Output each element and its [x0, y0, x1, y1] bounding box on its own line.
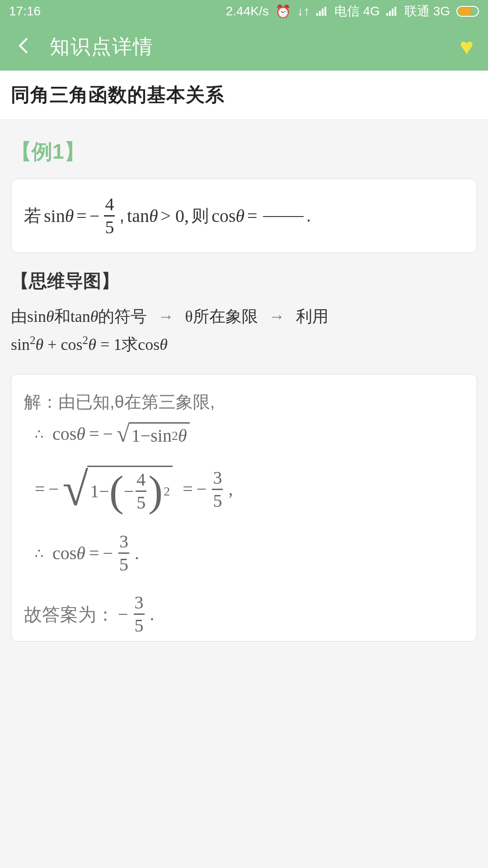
- data-arrows-icon: ↓↑: [297, 4, 310, 19]
- comma: ,: [228, 480, 233, 498]
- frac-num: 4: [104, 195, 115, 215]
- fn-sin: sin: [44, 206, 65, 226]
- num-1: 1: [90, 482, 99, 500]
- period: .: [150, 605, 155, 623]
- eq-sign: =: [35, 480, 45, 498]
- arrow-icon: →: [269, 307, 285, 326]
- frac-num: 3: [212, 469, 223, 489]
- frac-den: 5: [134, 615, 145, 635]
- fn-cos: cos: [211, 206, 235, 226]
- therefore-symbol: ∴: [35, 547, 43, 560]
- rparen-icon: ): [148, 474, 163, 509]
- lparen-icon: (: [109, 474, 124, 509]
- answer-blank: [263, 215, 304, 217]
- math-cos: cosθ: [211, 205, 244, 226]
- frac-4-5: 4 5: [136, 471, 146, 512]
- page-title: 知识点详情: [50, 33, 154, 60]
- eq-sign: =: [183, 480, 193, 498]
- sup-2: 2: [30, 334, 36, 346]
- back-button[interactable]: [14, 36, 34, 57]
- problem-prefix: 若: [24, 204, 41, 227]
- mm-tan: tan: [70, 307, 90, 326]
- frac-den: 5: [212, 490, 223, 510]
- favorite-button[interactable]: ♥: [460, 33, 474, 60]
- frac-num: 3: [134, 594, 145, 613]
- problem-card: 若 sinθ = − 4 5 , tanθ > 0, 则 cosθ =: [11, 179, 477, 253]
- status-bar: 17:16 2.44K/s ⏰ ↓↑ 电信 4G 联通 3G: [0, 0, 488, 23]
- content-area: 【例1】 若 sinθ = − 4 5 , tanθ > 0, 则 cosθ: [0, 120, 488, 642]
- battery-icon: [456, 6, 479, 17]
- topic-title: 同角三角函数的基本关系: [11, 82, 477, 108]
- frac-num: 3: [118, 533, 129, 552]
- fn-cos: cos: [52, 424, 76, 444]
- period: .: [135, 544, 139, 562]
- mm-use: 利用: [296, 307, 328, 326]
- carrier-2: 联通 3G: [404, 3, 450, 20]
- fn-cos: cos: [52, 543, 76, 563]
- solution-line-2: ∴ cosθ = − √ 1 − sin2θ: [35, 422, 464, 446]
- then-text: 则: [192, 204, 209, 227]
- eq-sign: =: [76, 205, 87, 226]
- fn-sin: sin: [150, 427, 172, 445]
- sup-2: 2: [83, 334, 89, 346]
- radical-icon: √: [117, 422, 130, 446]
- frac-3-5: 3 5: [134, 594, 145, 635]
- solution-line-4: ∴ cosθ = − 3 5 .: [35, 533, 464, 574]
- net-speed: 2.44K/s: [226, 4, 269, 19]
- mm-theta: θ: [160, 335, 168, 354]
- frac-4-5: 4 5: [104, 195, 115, 236]
- var-theta: θ: [235, 206, 244, 226]
- period: .: [306, 206, 311, 226]
- frac-den: 5: [136, 492, 146, 512]
- sup-2: 2: [172, 429, 178, 442]
- mm-seg: 由: [11, 307, 27, 326]
- carrier-1: 电信 4G: [334, 3, 380, 20]
- var-theta: θ: [149, 206, 158, 226]
- comma: ,: [119, 206, 124, 226]
- frac-3-5: 3 5: [118, 533, 129, 574]
- minus-sign: −: [99, 482, 109, 500]
- arrow-icon: →: [158, 307, 174, 326]
- example-tag: 【例1】: [11, 138, 477, 166]
- eq-sign-2: =: [247, 205, 258, 226]
- mm-sin: sin: [27, 307, 46, 326]
- solution-card: 解：由已知,θ在第三象限, ∴ cosθ = − √ 1 − sin2θ = −…: [11, 374, 477, 642]
- eq-sign: =: [89, 425, 99, 443]
- signal-icon-1: [316, 7, 328, 16]
- mm-sin2: sin: [11, 335, 30, 354]
- solution-line-3: = − √ 1 − ( − 4 5 ): [35, 466, 464, 513]
- sqrt-2: √ 1 − ( − 4 5 ) 2: [62, 466, 173, 513]
- frac-num: 4: [136, 471, 146, 491]
- mindmap-text: 由sinθ和tanθ的符号 → θ所在象限 → 利用 sin2θ + cos2θ…: [11, 302, 477, 359]
- mm-cos: cos: [138, 335, 160, 354]
- fn-tan: tan: [127, 206, 149, 226]
- minus-sign: −: [141, 427, 151, 445]
- mm-plus: +: [43, 335, 61, 354]
- mm-sign: 的符号: [98, 307, 147, 326]
- var-theta: θ: [76, 424, 85, 444]
- header-left: 知识点详情: [14, 33, 154, 60]
- mm-and: 和: [54, 307, 70, 326]
- mm-theta: θ: [88, 335, 96, 354]
- mm-quadrant: θ所在象限: [185, 307, 258, 326]
- solution-line-1: 解：由已知,θ在第三象限,: [24, 393, 464, 410]
- minus-sign: −: [49, 480, 59, 498]
- signal-icon-2: [386, 7, 398, 16]
- sqrt-1: √ 1 − sin2θ: [117, 422, 189, 446]
- minus-sign: −: [197, 480, 207, 498]
- minus-sign: −: [89, 205, 100, 226]
- status-right: 2.44K/s ⏰ ↓↑ 电信 4G 联通 3G: [226, 3, 479, 20]
- frac-den: 5: [104, 217, 115, 236]
- frac-den: 5: [118, 554, 129, 574]
- sol-text: 解：由已知,θ在第三象限,: [24, 393, 215, 410]
- mm-theta: θ: [90, 307, 99, 326]
- frac-3-5: 3 5: [212, 469, 223, 510]
- gt-zero: > 0,: [161, 205, 189, 226]
- mm-eq1: = 1求: [96, 335, 138, 354]
- var-theta: θ: [178, 427, 187, 445]
- radical-icon: √: [62, 466, 88, 513]
- math-tan: tanθ: [127, 205, 158, 226]
- paren-group: ( − 4 5 ): [109, 471, 163, 512]
- var-theta: θ: [76, 543, 85, 563]
- status-time: 17:16: [9, 4, 41, 19]
